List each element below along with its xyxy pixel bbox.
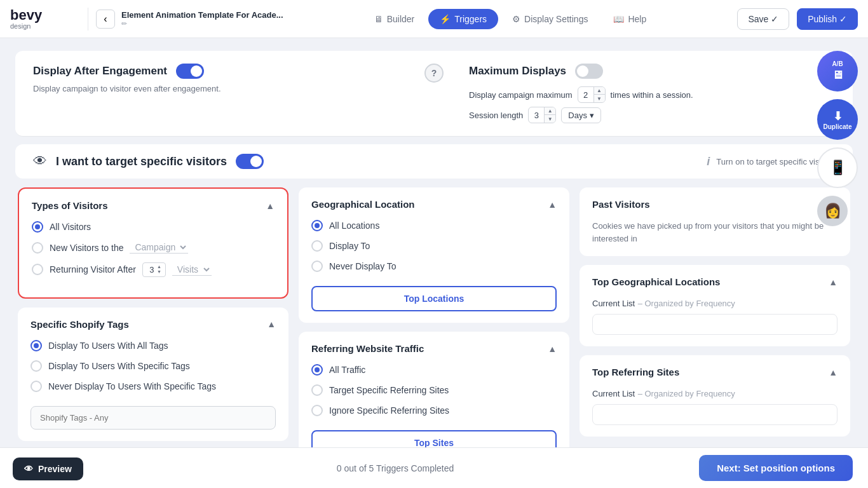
target-banner: 👁 I want to target specific visitors i T… xyxy=(15,144,853,179)
mobile-icon: 📱 xyxy=(829,159,846,176)
session-up-arrow[interactable]: ▲ xyxy=(544,107,555,115)
engagement-left: Display After Engagement Display campaig… xyxy=(33,64,399,93)
times-up-arrow[interactable]: ▲ xyxy=(593,87,605,95)
geo-title: Geographical Location xyxy=(311,199,415,210)
nav-back-button[interactable]: ‹ xyxy=(96,10,115,29)
session-stepper[interactable]: 3 ▲ ▼ xyxy=(528,107,556,123)
display-to-label: Display To xyxy=(329,241,370,251)
top-geo-current: Current List xyxy=(592,299,635,308)
times-down-arrow[interactable]: ▼ xyxy=(593,95,605,102)
specific-tags-option[interactable]: Display To Users With Specific Tags xyxy=(31,360,276,372)
right-float-panel: A/B 🖥 ⬇ Duplicate 📱 👩 xyxy=(817,51,858,226)
geo-chevron-icon[interactable]: ▲ xyxy=(548,200,557,210)
display-to-option[interactable]: Display To xyxy=(311,240,557,252)
top-referring-input[interactable] xyxy=(592,404,837,425)
max-displays-toggle[interactable] xyxy=(575,64,603,79)
publish-button[interactable]: Publish ✓ xyxy=(797,8,858,30)
chevron-up-icon[interactable]: ▲ xyxy=(266,201,275,211)
ignore-referring-option[interactable]: Ignore Specific Referring Sites xyxy=(311,405,557,416)
session-down-arrow[interactable]: ▼ xyxy=(544,115,555,123)
display-to-radio[interactable] xyxy=(311,240,323,252)
top-geo-organized: – Organized by Frequency xyxy=(638,299,735,308)
top-locations-button[interactable]: Top Locations xyxy=(311,286,557,311)
campaign-select[interactable]: Campaign xyxy=(130,241,188,254)
brand-name: bevy xyxy=(10,8,42,22)
all-visitors-label: All Visitors xyxy=(50,222,91,232)
top-geo-input[interactable] xyxy=(592,314,837,335)
types-of-visitors-card: Types of Visitors ▲ All Visitors New Vis… xyxy=(18,187,288,299)
all-tags-label: Display To Users With All Tags xyxy=(48,341,168,351)
never-tags-radio[interactable] xyxy=(31,381,42,392)
card-header-types: Types of Visitors ▲ xyxy=(32,200,275,211)
returning-visitor-option[interactable]: Returning Visitor After 3 ▲ ▼ Visits xyxy=(32,262,275,277)
shopify-tags-input[interactable] xyxy=(31,406,276,430)
eye-icon: 👁 xyxy=(33,153,47,170)
tab-triggers[interactable]: ⚡ Triggers xyxy=(428,9,498,29)
tab-builder[interactable]: 🖥 Builder xyxy=(363,9,426,29)
ignore-referring-radio[interactable] xyxy=(311,405,323,416)
past-visitors-description: Cookies we have picked up from your visi… xyxy=(592,220,837,245)
all-visitors-radio[interactable] xyxy=(32,221,43,233)
never-display-option[interactable]: Never Display To xyxy=(311,261,557,272)
triggers-icon: ⚡ xyxy=(440,14,451,24)
engagement-toggle[interactable] xyxy=(176,64,204,79)
target-referring-label: Target Specific Referring Sites xyxy=(329,385,449,395)
all-tags-radio[interactable] xyxy=(31,340,42,351)
never-display-radio[interactable] xyxy=(311,261,323,272)
engagement-section: Display After Engagement Display campaig… xyxy=(15,51,853,137)
ab-test-button[interactable]: A/B 🖥 xyxy=(817,51,858,92)
returning-up[interactable]: ▲ xyxy=(157,264,161,269)
next-button[interactable]: Next: Set position options xyxy=(699,455,853,481)
target-toggle[interactable] xyxy=(236,154,264,169)
card-header-top-referring: Top Referring Sites ▲ xyxy=(592,367,837,377)
all-traffic-radio[interactable] xyxy=(311,364,323,376)
brand-sub: design xyxy=(10,22,42,30)
new-visitors-option[interactable]: New Visitors to the Campaign xyxy=(32,241,275,254)
all-locations-option[interactable]: All Locations xyxy=(311,220,557,231)
tab-display-settings[interactable]: ⚙ Display Settings xyxy=(501,9,599,29)
shopify-chevron-icon[interactable]: ▲ xyxy=(267,319,276,329)
times-stepper[interactable]: 2 ▲ ▼ xyxy=(578,86,606,103)
ab-icon: A/B xyxy=(832,60,843,67)
info-icon: i xyxy=(707,155,710,168)
specific-tags-radio[interactable] xyxy=(31,360,42,372)
top-sites-button[interactable]: Top Sites xyxy=(311,430,557,447)
all-traffic-option[interactable]: All Traffic xyxy=(311,364,557,376)
all-locations-radio[interactable] xyxy=(311,220,323,231)
visits-select[interactable]: Visits xyxy=(172,264,212,276)
cards-grid: Types of Visitors ▲ All Visitors New Vis… xyxy=(15,187,853,447)
nav-right: Save ✓ Publish ✓ xyxy=(737,8,858,30)
top-geo-title: Top Geographical Locations xyxy=(592,276,720,287)
never-display-label: Never Display To xyxy=(329,261,397,271)
new-visitors-radio[interactable] xyxy=(32,242,43,254)
nav-tabs: 🖥 Builder ⚡ Triggers ⚙ Display Settings … xyxy=(363,9,658,29)
returning-visitor-radio[interactable] xyxy=(32,264,43,275)
save-button[interactable]: Save ✓ xyxy=(737,8,789,30)
top-geo-chevron-icon[interactable]: ▲ xyxy=(829,277,837,287)
returning-down[interactable]: ▼ xyxy=(157,269,161,274)
max-displays-title: Maximum Displays xyxy=(469,65,566,78)
user-avatar[interactable]: 👩 xyxy=(817,196,848,226)
card-header-past: Past Visitors ▲ xyxy=(592,199,837,210)
all-locations-label: All Locations xyxy=(329,220,379,231)
top-referring-chevron-icon[interactable]: ▲ xyxy=(829,367,837,377)
never-tags-option[interactable]: Never Display To Users With Specific Tag… xyxy=(31,381,276,392)
top-referring-organized: – Organized by Frequency xyxy=(638,389,735,398)
target-title: I want to target specific visitors xyxy=(56,155,227,168)
referring-chevron-icon[interactable]: ▲ xyxy=(548,344,557,354)
help-circle-icon[interactable]: ? xyxy=(424,64,444,83)
all-visitors-option[interactable]: All Visitors xyxy=(32,221,275,233)
help-icon: 📖 xyxy=(613,14,624,24)
tab-help[interactable]: 📖 Help xyxy=(602,9,658,29)
all-tags-option[interactable]: Display To Users With All Tags xyxy=(31,340,276,351)
session-unit-dropdown[interactable]: Days ▾ xyxy=(561,107,601,123)
all-traffic-label: All Traffic xyxy=(329,365,365,375)
duplicate-button[interactable]: ⬇ Duplicate xyxy=(817,99,858,140)
target-referring-option[interactable]: Target Specific Referring Sites xyxy=(311,384,557,396)
preview-button[interactable]: 👁 Preview xyxy=(13,458,83,480)
nav-divider xyxy=(88,8,88,30)
top-nav: bevy design ‹ Element Animation Template… xyxy=(0,0,868,38)
target-referring-radio[interactable] xyxy=(311,384,323,396)
mobile-preview-button[interactable]: 📱 xyxy=(817,147,858,188)
edit-icon: ✏ xyxy=(121,20,283,28)
